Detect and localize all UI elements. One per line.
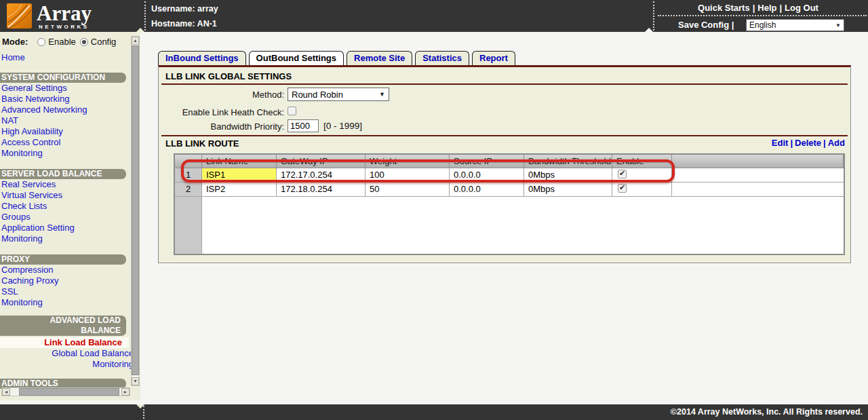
bandwidth-priority-input[interactable]: [288, 119, 319, 132]
scroll-up-arrow-icon[interactable]: ▲: [132, 37, 139, 45]
sidebar-item-virtual-services[interactable]: Virtual Services: [0, 190, 140, 201]
sidebar-item-check-lists[interactable]: Check Lists: [0, 201, 140, 212]
bandwidth-priority-label: Bandwidth Priority:: [159, 121, 284, 132]
method-select[interactable]: Round Robin ▼: [288, 88, 389, 101]
scroll-left-arrow-icon[interactable]: ◄: [2, 388, 10, 396]
bandwidth-threshold-cell: 0Mbps: [524, 168, 612, 183]
maroon-rule: [161, 83, 848, 85]
outbound-settings-panel: LLB LINK GLOBAL SETTINGS Method: Round R…: [158, 65, 851, 263]
col-header-link-name: Link Name: [202, 155, 277, 168]
username-label: Username: array: [151, 4, 218, 14]
empty-cell: [672, 168, 844, 183]
col-header-bandwidth-threshold: Bandwidth Threshold: [524, 155, 612, 168]
mode-radio-enable[interactable]: [37, 38, 45, 46]
health-check-row: Enable Link Heath Check:: [159, 105, 566, 119]
sidebar-item-ssl[interactable]: SSL: [0, 286, 140, 297]
sidebar-item-general-settings[interactable]: General Settings: [0, 83, 140, 94]
advanced-load-balance-line2: BALANCE: [1, 326, 121, 336]
footer-bar: ©2014 Array NetWorks, Inc. All Rights re…: [0, 404, 868, 420]
method-row: Method: Round Robin ▼: [159, 88, 566, 101]
array-networks-logo: Array NETWORKS: [7, 3, 139, 30]
mode-radio-config[interactable]: [80, 38, 88, 46]
sidebar-item-monitoring-alb[interactable]: Monitoring: [0, 359, 140, 370]
save-config-link[interactable]: Save Config |: [678, 20, 734, 30]
sidebar-item-monitoring-slb[interactable]: Monitoring: [0, 233, 140, 244]
sidebar-item-access-control[interactable]: Access Control: [0, 137, 140, 148]
row1-enable-checkbox[interactable]: [618, 170, 627, 178]
tab-outbound-settings[interactable]: OutBound Settings: [249, 51, 344, 65]
nav-separator: |: [750, 3, 758, 13]
copyright-text: ©2014 Array NetWorks, Inc. All Rights re…: [671, 407, 863, 417]
tab-report[interactable]: Report: [472, 51, 515, 65]
sidebar-item-application-setting[interactable]: Application Setting: [0, 223, 140, 233]
link-name-cell-highlighted: ISP1: [202, 168, 277, 183]
edit-link[interactable]: Edit: [772, 138, 789, 148]
route-title: LLB LINK ROUTE: [165, 138, 239, 149]
sidebar-vertical-scrollbar[interactable]: ▲ ▼: [131, 36, 140, 386]
sidebar: Mode: Enable Config Home SYSTEM CONFIGUR…: [0, 32, 140, 400]
action-separator: |: [821, 138, 828, 148]
sidebar-item-monitoring-proxy[interactable]: Monitoring: [0, 297, 140, 308]
array-logo-icon: [7, 3, 32, 28]
mode-row: Mode: Enable Config: [0, 32, 140, 47]
col-header-weight: Weight: [366, 155, 450, 168]
bandwidth-threshold-cell: 0Mbps: [524, 183, 612, 197]
section-header-server-load-balance: SERVER LOAD BALANCE: [0, 169, 126, 179]
sidebar-item-real-services[interactable]: Real Services: [0, 179, 140, 190]
bandwidth-range-note: [0 - 1999]: [323, 121, 362, 131]
sidebar-item-compression[interactable]: Compression: [0, 265, 140, 275]
logo-sub-text: NETWORKS: [39, 24, 90, 30]
section-header-system-configuration: SYSTEM CONFIGURATION: [0, 73, 126, 83]
help-link[interactable]: Help: [757, 3, 776, 13]
bandwidth-priority-row: Bandwidth Priority: [0 - 1999]: [159, 119, 566, 133]
section-header-proxy: PROXY: [0, 254, 126, 265]
gateway-ip-cell: 172.18.0.254: [277, 183, 366, 197]
tab-inbound-settings[interactable]: InBound Settings: [158, 51, 246, 65]
delete-link[interactable]: Delete: [795, 138, 821, 148]
sidebar-item-nat[interactable]: NAT: [0, 115, 140, 126]
scroll-down-arrow-icon[interactable]: ▼: [132, 377, 139, 385]
health-check-checkbox[interactable]: [288, 107, 296, 115]
nav-separator: |: [776, 3, 785, 13]
vertical-scroll-thumb[interactable]: [132, 45, 139, 375]
sidebar-item-basic-networking[interactable]: Basic Networking: [0, 94, 140, 104]
source-ip-cell: 0.0.0.0: [450, 168, 524, 183]
sidebar-item-link-load-balance-active[interactable]: Link Load Balance: [0, 337, 129, 348]
sidebar-item-monitoring-sysconf[interactable]: Monitoring: [0, 148, 140, 159]
row-number-column-strip: [175, 197, 202, 254]
method-label: Method:: [159, 90, 284, 100]
col-header-num: [175, 155, 202, 168]
llb-link-route-table: Link Name GateWay IP Weight Source IP Ba…: [174, 153, 845, 255]
sidebar-item-caching-proxy[interactable]: Caching Proxy: [0, 275, 140, 286]
weight-cell: 100: [366, 168, 450, 183]
sidebar-item-advanced-networking[interactable]: Advanced Networking: [0, 104, 140, 115]
logout-link[interactable]: Log Out: [785, 3, 818, 13]
scroll-right-arrow-icon[interactable]: ►: [121, 388, 130, 396]
horizontal-scroll-thumb[interactable]: [19, 388, 119, 396]
enable-cell: [612, 168, 672, 183]
add-link[interactable]: Add: [828, 138, 845, 148]
chevron-down-icon: ▼: [379, 91, 385, 98]
col-header-source-ip: Source IP: [450, 155, 524, 168]
sidebar-item-high-availability[interactable]: High Availability: [0, 126, 140, 137]
sidebar-item-global-load-balance[interactable]: Global Load Balance: [0, 348, 140, 359]
row2-enable-checkbox[interactable]: [618, 184, 627, 193]
sidebar-horizontal-scrollbar[interactable]: ◄ ►: [1, 387, 130, 396]
action-separator: |: [788, 138, 795, 148]
logo-brand-text: Array: [37, 1, 92, 26]
weight-cell: 50: [366, 183, 450, 197]
topbar-nav: Quick Starts|Help|Log Out: [653, 3, 863, 13]
table-row[interactable]: 2 ISP2 172.18.0.254 50 0.0.0.0 0Mbps: [175, 183, 844, 197]
quick-starts-link[interactable]: Quick Starts: [698, 3, 750, 13]
tab-remote-site[interactable]: Remote Site: [347, 51, 412, 65]
sidebar-item-home[interactable]: Home: [0, 52, 140, 63]
row-number: 1: [175, 168, 202, 183]
enable-cell: [612, 183, 672, 197]
source-ip-cell: 0.0.0.0: [450, 183, 524, 197]
sidebar-item-groups[interactable]: Groups: [0, 212, 140, 223]
tab-statistics[interactable]: Statistics: [415, 51, 469, 65]
table-row[interactable]: 1 ISP1 172.17.0.254 100 0.0.0.0 0Mbps: [175, 168, 844, 183]
language-select[interactable]: English ▼: [746, 19, 844, 31]
gateway-ip-cell: 172.17.0.254: [277, 168, 366, 183]
route-actions: Edit|Delete|Add: [772, 138, 845, 148]
